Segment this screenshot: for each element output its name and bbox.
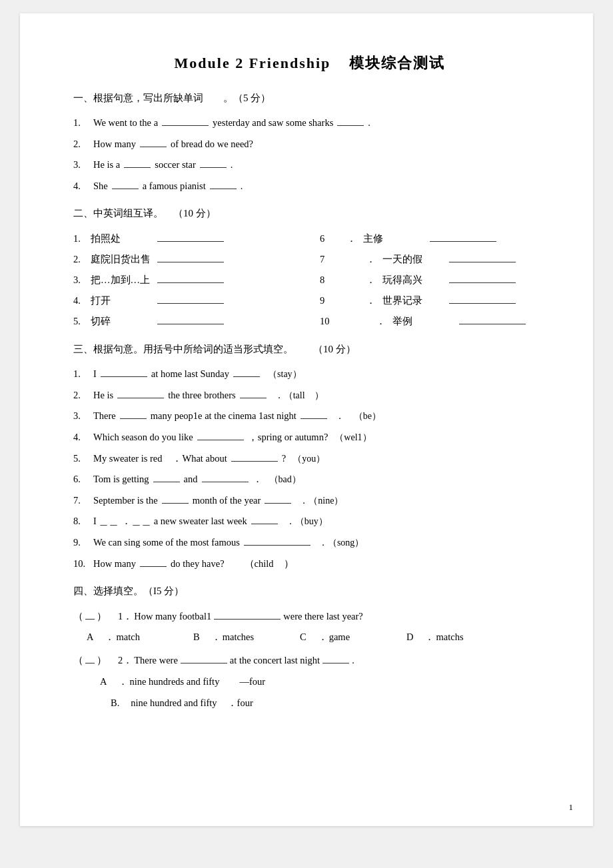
choice-q1-options: A ． match B ． matches C ． game D ． xyxy=(87,628,546,647)
q3-9-blank[interactable] xyxy=(244,545,310,546)
q1-4: 4. She a famous pianist . xyxy=(73,177,546,196)
q3-6-blank1[interactable] xyxy=(153,482,180,482)
q3-3-blank[interactable] xyxy=(120,418,147,419)
section-1: 一、根据句意，写出所缺单词 。（5 分） 1. We went to the a… xyxy=(73,92,546,195)
q3-7: 7. September is the month of the year ．（… xyxy=(73,492,546,510)
section-2: 二、中英词组互译。 （10 分） 1. 拍照处 6 ． 主修 2. 庭院旧货出售… xyxy=(73,207,546,331)
q1-1: 1. We went to the a yesterday and saw so… xyxy=(73,114,546,133)
q3-2-blank[interactable] xyxy=(117,398,164,398)
q3-4-blank[interactable] xyxy=(197,440,244,440)
trans-2-left-blank[interactable] xyxy=(157,262,224,262)
trans-3-left-blank[interactable] xyxy=(157,282,224,283)
section-2-header: 二、中英词组互译。 （10 分） xyxy=(73,207,546,220)
trans-2-right: 7 ． 一天的假 xyxy=(320,250,546,269)
q3-7-blank1[interactable] xyxy=(162,503,189,504)
choice-q1-text: （ ） 1． How many footbal1 were there last… xyxy=(73,607,546,626)
q3-6: 6. Tom is getting and ． （bad） xyxy=(73,470,546,489)
choice-q2-opt-b: B. nine hundred and fifty ．four xyxy=(100,693,546,713)
page-title: Module 2 Friendship 模块综合测试 xyxy=(73,53,546,73)
title-english: Module 2 Friendship xyxy=(175,55,331,71)
q3-5: 5. My sweater is red ．What about ? （you） xyxy=(73,450,546,468)
q1-4-blank1[interactable] xyxy=(112,189,139,189)
trans-2-right-blank[interactable] xyxy=(449,262,516,262)
q1-1-blank1[interactable] xyxy=(162,125,209,126)
section-3-questions: 1. I at home last Sunday （stay） 2. He is… xyxy=(73,365,546,573)
section-1-header: 一、根据句意，写出所缺单词 。（5 分） xyxy=(73,92,546,105)
choice-q1-opt-d: D ． matchs xyxy=(406,628,513,647)
trans-5-left-blank[interactable] xyxy=(157,324,224,324)
choice-q2-suboptions: A ． nine hundreds and fifty —four B. nin… xyxy=(100,672,546,713)
q3-7-blank2[interactable] xyxy=(265,503,291,504)
trans-5-left: 5. 切碎 xyxy=(73,312,300,331)
q3-2-blank2[interactable] xyxy=(240,398,267,398)
trans-1-left-blank[interactable] xyxy=(157,241,224,242)
choice-q1-opt-a: A ． match xyxy=(87,628,193,647)
q1-3-blank1[interactable] xyxy=(124,167,151,168)
q1-2-blank[interactable] xyxy=(140,147,167,147)
q3-8-blank[interactable] xyxy=(251,524,278,524)
trans-1-left: 1. 拍照处 xyxy=(73,229,300,248)
q3-4: 4. Which season do you like ，spring or a… xyxy=(73,428,546,447)
trans-3-right-blank[interactable] xyxy=(449,282,516,283)
q1-3: 3. He is a soccer star . xyxy=(73,156,546,175)
choice-q1-answer[interactable] xyxy=(85,619,95,620)
choice-q1-opt-b: B ． matches xyxy=(193,628,300,647)
section-4-header: 四、选择填空。（I5 分） xyxy=(73,585,546,598)
q3-5-blank[interactable] xyxy=(231,461,278,462)
q3-10-blank[interactable] xyxy=(140,566,167,567)
trans-4-right-blank[interactable] xyxy=(449,303,516,304)
trans-1-right-blank[interactable] xyxy=(430,241,496,242)
q3-1-blank[interactable] xyxy=(101,376,147,377)
q3-2: 2. He is the three brothers ．（tall ） xyxy=(73,386,546,405)
choice-q2: （ ） 2． There were at the concert last ni… xyxy=(73,651,546,713)
q3-6-blank2[interactable] xyxy=(202,482,249,482)
page-number: 1 xyxy=(569,802,574,813)
trans-3-right: 8 ． 玩得高兴 xyxy=(320,270,546,290)
q1-2: 2. How many of bread do we need? xyxy=(73,135,546,154)
q3-3-blank2[interactable] xyxy=(301,418,327,419)
choice-q2-blank[interactable] xyxy=(181,663,227,663)
trans-4-left-blank[interactable] xyxy=(157,303,224,304)
title-chinese: 模块综合测试 xyxy=(349,55,445,71)
trans-4-right: 9 ． 世界记录 xyxy=(320,291,546,310)
section-3-header: 三、根据句意。用括号中所给词的适当形式填空。 （10 分） xyxy=(73,343,546,356)
q3-1: 1. I at home last Sunday （stay） xyxy=(73,365,546,384)
choice-q1-blank[interactable] xyxy=(214,619,281,620)
trans-5-right-blank[interactable] xyxy=(459,324,526,324)
q3-8: 8. I ＿＿ ．＿＿ a new sweater last week ．（bu… xyxy=(73,512,546,531)
choice-q1: （ ） 1． How many footbal1 were there last… xyxy=(73,607,546,647)
choice-q2-blank2[interactable] xyxy=(322,663,349,663)
trans-1-right: 6 ． 主修 xyxy=(320,229,546,248)
trans-5-right: 10 ． 举例 xyxy=(320,312,546,331)
section-1-questions: 1. We went to the a yesterday and saw so… xyxy=(73,114,546,195)
choice-q2-text: （ ） 2． There were at the concert last ni… xyxy=(73,651,546,670)
trans-4-left: 4. 打开 xyxy=(73,291,300,310)
q1-3-blank2[interactable] xyxy=(200,167,227,168)
q1-1-blank2[interactable] xyxy=(337,125,364,126)
q3-10: 10. How many do they have? （child ） xyxy=(73,555,546,574)
exam-page: Module 2 Friendship 模块综合测试 一、根据句意，写出所缺单词… xyxy=(20,13,593,826)
trans-3-left: 3. 把…加到…上 xyxy=(73,270,300,290)
choice-q2-answer[interactable] xyxy=(85,663,95,663)
q1-4-blank2[interactable] xyxy=(210,189,237,189)
trans-2-left: 2. 庭院旧货出售 xyxy=(73,250,300,269)
q3-1-blank2[interactable] xyxy=(233,376,260,377)
choice-q1-opt-c: C ． game xyxy=(300,628,406,647)
translation-grid: 1. 拍照处 6 ． 主修 2. 庭院旧货出售 7 ． 一天的假 xyxy=(73,229,546,331)
choice-q2-opt-a: A ． nine hundreds and fifty —four xyxy=(100,672,546,691)
section-3: 三、根据句意。用括号中所给词的适当形式填空。 （10 分） 1. I at ho… xyxy=(73,343,546,573)
section-4: 四、选择填空。（I5 分） （ ） 1． How many footbal1 w… xyxy=(73,585,546,713)
q3-3: 3. There many peop1e at the cinema 1ast … xyxy=(73,407,546,426)
q3-9: 9. We can sing some of the most famous ．… xyxy=(73,534,546,552)
